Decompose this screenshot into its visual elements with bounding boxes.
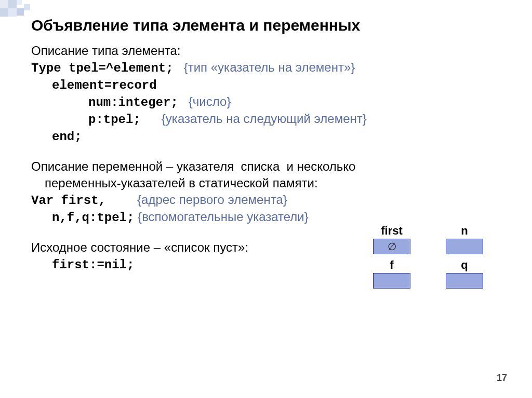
var-line-1: Var first, {адрес первого элемента} [31, 193, 511, 208]
code-text: n,f,q:tpel; [52, 211, 134, 225]
code-comment: {вспомогательные указатели} [138, 210, 309, 224]
slide-title: Объявление типа элемента и переменных [31, 17, 511, 34]
code-text: Type tpel=^element; [31, 61, 174, 75]
desc-type: Описание типа элемента: [31, 44, 511, 58]
code-line-4: p:tpel; {указатель на следующий элемент} [88, 112, 511, 127]
code-text: num:integer; [88, 95, 178, 109]
code-comment: {указатель на следующий элемент} [162, 112, 367, 126]
code-text: p:tpel; [88, 113, 141, 127]
code-line-2: element=record [52, 77, 511, 92]
box-n [446, 239, 483, 254]
code-text: end; [52, 130, 82, 144]
box-q [446, 273, 483, 289]
code-text: element=record [52, 78, 157, 92]
box-first: ∅ [373, 239, 410, 254]
var-line-2: n,f,q:tpel; {вспомогательные указатели} [52, 210, 511, 225]
empty-set-icon: ∅ [388, 240, 396, 253]
box-label-first: first [371, 224, 413, 238]
memory-diagram: first ∅ n f q [371, 224, 506, 293]
box-label-n: n [444, 224, 485, 238]
desc-var-1: Описание переменной – указателя списка и… [31, 159, 511, 174]
code-line-5: end; [52, 129, 511, 144]
box-f [373, 273, 410, 289]
code-line-3: num:integer; {число} [88, 94, 511, 109]
code-line-1: Type tpel=^element; {тип «указатель на э… [31, 60, 511, 75]
code-text: Var first, [31, 194, 106, 208]
code-comment: {число} [189, 94, 231, 108]
page-number: 17 [497, 373, 507, 383]
code-comment: {тип «указатель на элемент»} [184, 60, 355, 74]
desc-var-2: переменных-указателей в статической памя… [45, 176, 511, 190]
code-comment: {адрес первого элемента} [137, 193, 287, 207]
box-label-q: q [444, 258, 485, 272]
code-text: first:=nil; [52, 258, 134, 272]
box-label-f: f [371, 258, 413, 272]
